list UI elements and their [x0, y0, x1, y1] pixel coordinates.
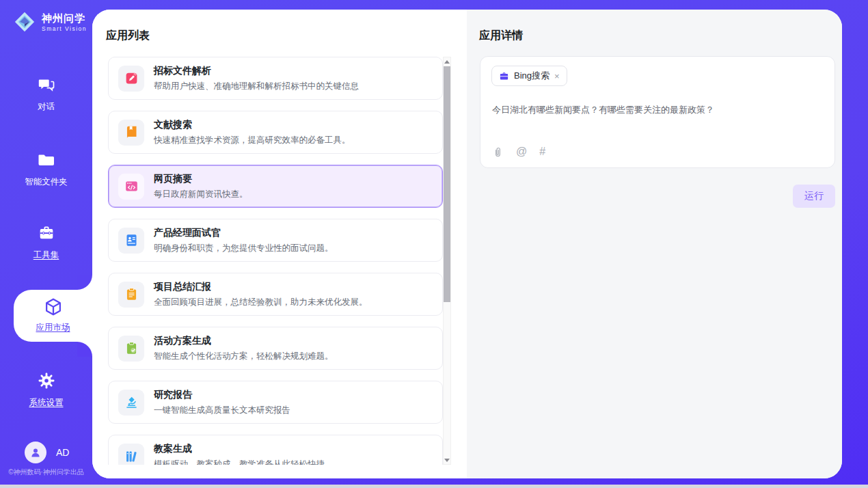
composer-card[interactable]: Bing搜索 × 今日湖北有哪些新闻要点？有哪些需要关注的最新政策？ @ # — [480, 56, 835, 168]
paperclip-icon[interactable] — [492, 146, 504, 158]
app-detail-panel: 应用详情 Bing搜索 × 今日湖北有哪些新闻要点？有哪些需要关注的最新政策？ … — [467, 10, 842, 478]
app-card-pm-interviewer[interactable]: 产品经理面试官 明确身份和职责，为您提供专业性的面试问题。 — [108, 219, 443, 262]
app-card-description: 每日政府新闻资讯快查。 — [154, 189, 248, 200]
brand-tagline: Smart Vision — [42, 25, 87, 32]
clipboard-check-icon — [118, 336, 144, 362]
app-card-description: 帮助用户快速、准确地理解和解析招标书中的关键信息 — [154, 81, 359, 92]
sidebar-item-settings[interactable]: 系统设置 — [0, 371, 92, 409]
sidebar-item-chat[interactable]: 对话 — [0, 75, 92, 113]
app-list-panel: 应用列表 招标文件解析 帮助用户快速、准确地理解和解析招标书中的关键信息 文献搜… — [92, 10, 467, 478]
app-list: 招标文件解析 帮助用户快速、准确地理解和解析招标书中的关键信息 文献搜索 快速精… — [108, 57, 443, 465]
active-item-notch — [77, 275, 92, 290]
sidebar-item-label: 应用市场 — [14, 322, 92, 334]
app-detail-title: 应用详情 — [479, 29, 523, 43]
clipboard-icon — [118, 282, 144, 308]
active-item-notch — [77, 342, 92, 357]
sidebar-item-app-market[interactable]: 应用市场 — [14, 290, 92, 342]
brand-logo: 神州问学 Smart Vision — [12, 10, 87, 34]
app-card-description: 模板驱动，教案秒成，教学准备从此轻松快捷 — [154, 459, 325, 465]
app-card-web-summary[interactable]: 网页摘要 每日政府新闻资讯快查。 — [108, 165, 443, 208]
tool-tag-bing-search[interactable]: Bing搜索 × — [491, 66, 567, 86]
app-list-title: 应用列表 — [106, 29, 150, 43]
toolbox-icon — [37, 223, 56, 243]
sidebar-item-label: 智能文件夹 — [0, 176, 92, 188]
app-card-literature-search[interactable]: 文献搜索 快速精准查找学术资源，提高研究效率的必备工具。 — [108, 111, 443, 154]
app-card-description: 一键智能生成高质量长文本研究报告 — [154, 405, 290, 416]
sidebar-item-smart-folder[interactable]: 智能文件夹 — [0, 150, 92, 188]
mention-icon[interactable]: @ — [516, 146, 527, 158]
sidebar-item-label: 对话 — [0, 101, 92, 113]
close-icon[interactable]: × — [554, 72, 560, 81]
app-card-title: 产品经理面试官 — [154, 227, 334, 239]
app-card-event-plan[interactable]: 活动方案生成 智能生成个性化活动方案，轻松解决规划难题。 — [108, 327, 443, 370]
book-icon — [118, 120, 144, 146]
folder-icon — [37, 150, 56, 170]
user-account[interactable]: AD — [25, 442, 69, 463]
copyright-text: ©神州数码·神州问学出品 — [0, 467, 92, 477]
scroll-up-arrow-icon[interactable] — [444, 57, 450, 66]
app-card-description: 快速精准查找学术资源，提高研究效率的必备工具。 — [154, 135, 351, 146]
sidebar: 神州问学 Smart Vision 对话 智能文件夹 工具集 应用市场 系统设置 — [0, 0, 92, 488]
app-card-bid-document-parsing[interactable]: 招标文件解析 帮助用户快速、准确地理解和解析招标书中的关键信息 — [108, 57, 443, 100]
app-card-title: 网页摘要 — [154, 173, 248, 185]
resume-icon — [118, 228, 144, 254]
sidebar-item-toolkit[interactable]: 工具集 — [0, 223, 92, 261]
user-name: AD — [56, 447, 69, 458]
query-text[interactable]: 今日湖北有哪些新闻要点？有哪些需要关注的最新政策？ — [492, 103, 820, 117]
app-card-title: 活动方案生成 — [154, 335, 334, 347]
sidebar-item-label: 工具集 — [0, 249, 92, 261]
scrollbar-thumb[interactable] — [444, 66, 450, 302]
app-card-title: 教案生成 — [154, 443, 325, 455]
app-card-lesson-plan[interactable]: 教案生成 模板驱动，教案秒成，教学准备从此轻松快捷 — [108, 435, 443, 465]
sidebar-item-label: 系统设置 — [0, 397, 92, 409]
books-icon — [118, 444, 144, 465]
app-card-description: 全面回顾项目进展，总结经验教训，助力未来优化发展。 — [154, 297, 368, 308]
tool-tag-label: Bing搜索 — [514, 70, 550, 82]
browser-code-icon — [118, 174, 144, 200]
app-card-title: 招标文件解析 — [154, 65, 359, 77]
microscope-icon — [118, 390, 144, 416]
app-card-title: 项目总结汇报 — [154, 281, 368, 293]
app-card-description: 明确身份和职责，为您提供专业性的面试问题。 — [154, 243, 334, 254]
hash-icon[interactable]: # — [539, 146, 545, 158]
main-content: 应用列表 招标文件解析 帮助用户快速、准确地理解和解析招标书中的关键信息 文献搜… — [92, 10, 842, 478]
brand-name: 神州问学 — [42, 12, 87, 25]
app-card-research-report[interactable]: 研究报告 一键智能生成高质量长文本研究报告 — [108, 381, 443, 424]
scroll-down-arrow-icon[interactable] — [444, 456, 450, 464]
chat-icon — [37, 75, 56, 94]
app-card-title: 文献搜索 — [154, 119, 351, 131]
app-card-description: 智能生成个性化活动方案，轻松解决规划难题。 — [154, 351, 334, 362]
app-card-title: 研究报告 — [154, 389, 290, 401]
gem-diamond-icon — [12, 10, 37, 34]
app-list-scrollbar[interactable] — [443, 57, 451, 465]
gear-icon — [37, 371, 56, 390]
cube-icon — [43, 297, 64, 317]
avatar-icon — [25, 442, 46, 463]
briefcase-icon — [499, 71, 509, 81]
run-button[interactable]: 运行 — [793, 185, 835, 208]
edit-square-icon — [118, 66, 144, 92]
app-card-project-summary[interactable]: 项目总结汇报 全面回顾项目进展，总结经验教训，助力未来优化发展。 — [108, 273, 443, 316]
window-bottom-edge — [0, 485, 868, 488]
